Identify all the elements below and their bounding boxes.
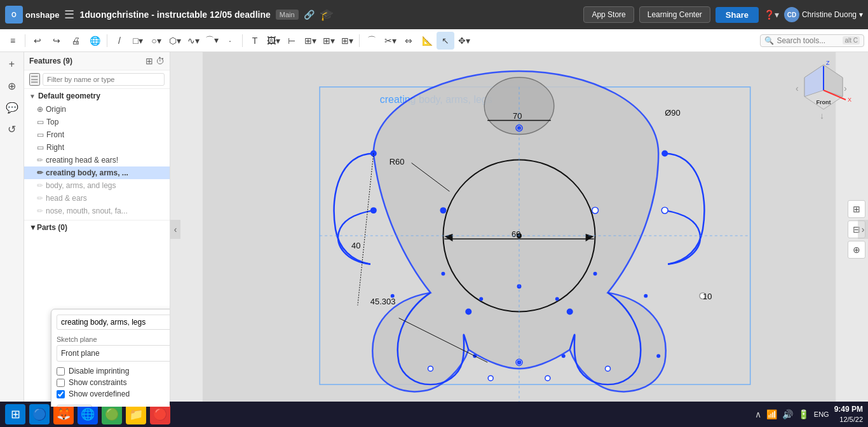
pointer-tool[interactable]: ↖ <box>437 32 454 50</box>
feature-tree-icon2[interactable]: ⏱ <box>156 56 165 66</box>
circle-tool[interactable]: ○▾ <box>147 32 165 50</box>
right-tool-1[interactable]: ⊞ <box>848 200 865 218</box>
rectangle-tool[interactable]: □▾ <box>129 32 147 50</box>
sketch-nose-item[interactable]: ✏ nose, mouth, snout, fa... <box>24 205 170 217</box>
user-avatar: CD <box>784 7 799 22</box>
comment-button[interactable]: 💬 <box>3 98 22 117</box>
globe-button[interactable]: 🌐 <box>86 32 104 50</box>
spline-tool[interactable]: ∿▾ <box>184 32 202 50</box>
redo-button[interactable]: ↪ <box>48 32 65 50</box>
tray-battery-icon[interactable]: 🔋 <box>798 409 809 419</box>
help-button[interactable]: ❓▾ <box>764 10 779 20</box>
appstore-button[interactable]: App Store <box>583 6 634 23</box>
line-tool[interactable]: / <box>111 32 128 50</box>
dimension-tool[interactable]: ⊢ <box>283 32 301 50</box>
trim-tool[interactable]: ✂▾ <box>381 32 399 50</box>
taskbar-firefox[interactable]: 🦊 <box>53 404 74 424</box>
svg-point-19 <box>488 376 493 381</box>
disable-imprinting-checkbox[interactable] <box>57 367 65 376</box>
point-tool[interactable]: · <box>221 32 239 50</box>
fillet-tool[interactable]: ⌒ <box>363 32 381 50</box>
svg-point-31 <box>644 294 648 298</box>
share-button[interactable]: Share <box>715 7 759 23</box>
add-feature-button[interactable]: + <box>3 55 22 74</box>
grad-icon[interactable]: 🎓 <box>320 8 334 22</box>
sketch-canvas: creating body, arms, legs <box>170 52 868 407</box>
view-tool[interactable]: ⊞▾ <box>320 32 337 50</box>
menu-icon[interactable]: ☰ <box>64 8 74 22</box>
svg-point-11 <box>440 207 446 214</box>
svg-point-10 <box>661 150 668 156</box>
right-tool-3[interactable]: ⊕ <box>848 241 865 259</box>
sketch-plane-label: Sketch plane 🕐 <box>57 335 170 343</box>
front-plane-item[interactable]: ▭ Front <box>24 128 170 141</box>
taskbar-folder[interactable]: 📁 <box>126 404 146 424</box>
user-menu[interactable]: CD Christine Duong ▾ <box>784 7 863 22</box>
history-button[interactable]: ↺ <box>3 119 22 139</box>
svg-point-14 <box>567 309 573 315</box>
right-plane-item[interactable]: ▭ Right <box>24 141 170 154</box>
rename-input[interactable] <box>57 315 170 330</box>
mirror-tool[interactable]: ⇔ <box>400 32 417 50</box>
search-tools-input[interactable] <box>776 36 840 45</box>
rename-title-row: ✓ ✕ <box>57 315 170 330</box>
plane-icon-top: ▭ <box>37 118 44 126</box>
list-view-button[interactable]: ≡ <box>4 32 22 50</box>
svg-point-13 <box>465 309 471 315</box>
origin-label: Origin <box>46 105 66 114</box>
nav-arrow-right[interactable]: › <box>858 220 868 239</box>
measure-tool[interactable]: 📐 <box>418 32 436 50</box>
origin-item[interactable]: ⊕ Origin <box>24 103 170 116</box>
print-button[interactable]: 🖨 <box>67 32 85 50</box>
image-tool[interactable]: 🖼▾ <box>264 32 282 50</box>
link-icon[interactable]: 🔗 <box>304 10 315 20</box>
undo-button[interactable]: ↩ <box>29 32 46 50</box>
sketch-icon-head: ✏ <box>37 156 43 165</box>
feature-filter-input[interactable] <box>43 73 165 86</box>
svg-text:45.303: 45.303 <box>370 297 396 306</box>
sketch-body-legs-item[interactable]: ✏ body, arms, and legs <box>24 179 170 192</box>
disable-imprinting-label: Disable imprinting <box>69 367 129 376</box>
taskbar-app[interactable]: 🔴 <box>150 404 170 424</box>
tray-up-icon[interactable]: ∧ <box>755 409 761 419</box>
svg-point-15 <box>592 207 599 214</box>
canvas-area[interactable]: ‹ creating body, arms, legs <box>170 52 868 407</box>
start-button[interactable]: ⊞ <box>5 404 25 424</box>
sketch-body-item[interactable]: ✏ creating body, arms, ... <box>24 166 170 179</box>
feature-tree-icon1[interactable]: ⊞ <box>146 56 153 66</box>
more-tool[interactable]: ⊞▾ <box>338 32 356 50</box>
grid-tool[interactable]: ⊞▾ <box>301 32 319 50</box>
svg-point-18 <box>545 376 550 381</box>
filter-button[interactable]: ☰ <box>29 73 40 86</box>
branch-badge[interactable]: Main <box>276 10 299 20</box>
learningcenter-button[interactable]: Learning Center <box>639 6 710 23</box>
front-plane-label: Front <box>46 130 64 139</box>
filter-panel-button[interactable]: ⊕ <box>3 76 22 95</box>
sketch-head-item[interactable]: ✏ creating head & ears! <box>24 154 170 166</box>
show-constraints-checkbox[interactable] <box>57 379 65 387</box>
tray-sound-icon[interactable]: 🔊 <box>782 409 793 419</box>
disable-imprinting-row: Disable imprinting <box>57 365 170 377</box>
svg-text:↓: ↓ <box>820 111 824 121</box>
nav-arrow-left[interactable]: ‹ <box>170 220 180 239</box>
parts-section[interactable]: ▼ Parts (0) <box>24 220 170 234</box>
plane-selector[interactable]: Front plane × <box>57 345 170 362</box>
sketch-head-ears-item[interactable]: ✏ head & ears <box>24 192 170 205</box>
text-tool[interactable]: T <box>246 32 264 50</box>
topbar: O onshape ☰ 1duongchristine - instructab… <box>0 0 868 29</box>
polygon-tool[interactable]: ⬡▾ <box>166 32 184 50</box>
transform-tool[interactable]: ✥▾ <box>455 32 473 50</box>
show-overdefined-checkbox[interactable] <box>57 390 65 398</box>
taskbar-edge[interactable]: 🌐 <box>78 404 98 424</box>
taskbar-chrome[interactable]: 🟢 <box>102 404 122 424</box>
final-button[interactable]: Final <box>57 405 92 407</box>
tray-wifi-icon[interactable]: 📶 <box>766 409 777 419</box>
orientation-cube[interactable]: Front Z X ‹ › ↓ <box>792 58 855 122</box>
top-plane-item[interactable]: ▭ Top <box>24 116 170 128</box>
plane-icon-right: ▭ <box>37 143 44 152</box>
arc-tool[interactable]: ⌒▾ <box>203 32 220 50</box>
taskbar-teams[interactable]: 🔵 <box>29 404 50 424</box>
show-constraints-row: Show constraints <box>57 377 170 388</box>
default-geometry-section[interactable]: ▼ Default geometry <box>24 89 170 103</box>
sketch-ears-label: head & ears <box>46 194 87 203</box>
